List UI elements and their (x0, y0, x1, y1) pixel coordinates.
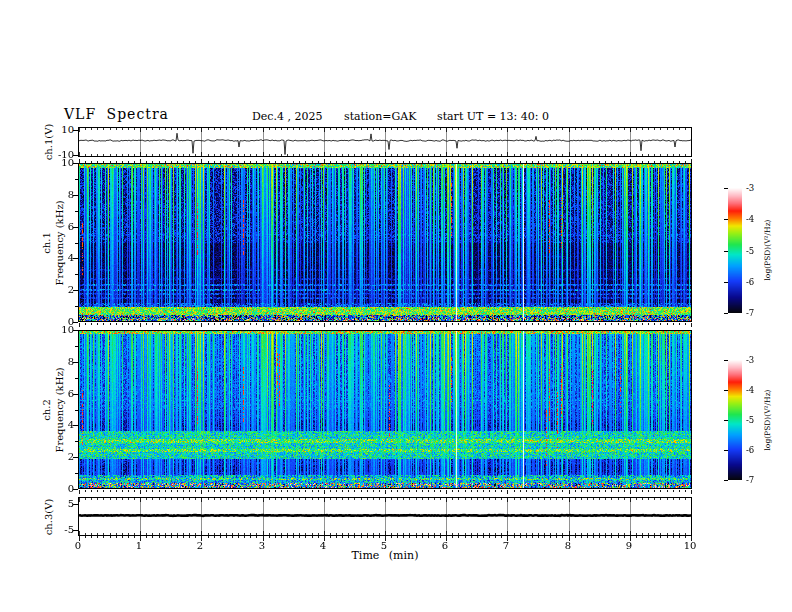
colorbar-tick-label: -5 (746, 415, 768, 425)
colorbar-tick-label: -3 (746, 183, 768, 193)
figure-title: VLF Spectra (64, 106, 169, 122)
y-tick-label: 8 (44, 356, 74, 368)
y-tick-label: 0 (44, 483, 74, 495)
colorbar-tick-label: -4 (746, 214, 768, 224)
colorbar-tick-mark (724, 188, 728, 189)
y-minor-tick-mark (75, 243, 78, 244)
colorbar-tick-mark (724, 251, 728, 252)
ch1-spectrogram-panel (78, 163, 692, 322)
ch2-spectrogram-channel-label: ch.2 (41, 399, 52, 421)
x-tick-label: 1 (124, 540, 154, 552)
ch1-spectrogram-channel-label: ch.1 (41, 232, 52, 254)
x-tick-label: 6 (430, 540, 460, 552)
colorbar-tick-label: -5 (746, 246, 768, 256)
x-tick-label: 9 (614, 540, 644, 552)
y-tick-mark (73, 330, 78, 331)
colorbar-tick-label: -6 (746, 277, 768, 287)
y-tick-mark (73, 425, 78, 426)
time-tick-strip (78, 490, 692, 495)
y-minor-tick-mark (75, 378, 78, 379)
date-label: Dec.4 , 2025 (252, 110, 322, 123)
y-tick-mark (73, 258, 78, 259)
ch3-waveform-panel (78, 497, 692, 536)
colorbar-tick-mark (724, 282, 728, 283)
y-tick-label: 5 (44, 498, 74, 510)
time-tick-strip (78, 323, 692, 328)
x-tick-label: 8 (553, 540, 583, 552)
colorbar-tick-label: -6 (746, 445, 768, 455)
y-minor-tick-mark (75, 211, 78, 212)
y-tick-mark (73, 394, 78, 395)
y-tick-mark (73, 530, 78, 531)
ch2-spectrogram-ylabel: Frequency (kHz) (54, 367, 65, 452)
y-tick-mark (73, 290, 78, 291)
x-tick-label: 7 (491, 540, 521, 552)
vlf-spectra-figure: VLF Spectra Dec.4 , 2025 station=GAK sta… (0, 0, 792, 612)
ch1-spectrogram-ylabel: Frequency (kHz) (54, 200, 65, 285)
y-tick-label: 2 (44, 284, 74, 296)
y-minor-tick-mark (75, 410, 78, 411)
y-tick-label: 10 (44, 157, 74, 169)
time-tick-strip (78, 158, 692, 163)
y-tick-mark (73, 227, 78, 228)
station-label: station=GAK (344, 110, 416, 123)
colorbar-tick-label: -7 (746, 475, 768, 485)
colorbar-tick-mark (724, 450, 728, 451)
colorbar-ch1 (728, 188, 742, 313)
y-tick-label: 10 (44, 124, 74, 136)
y-tick-mark (73, 130, 78, 131)
x-tick-label: 0 (63, 540, 93, 552)
y-tick-mark (73, 457, 78, 458)
y-minor-tick-mark (75, 274, 78, 275)
colorbar-tick-label: -7 (746, 308, 768, 318)
y-tick-label: 4 (44, 252, 74, 264)
y-tick-mark (73, 163, 78, 164)
colorbar-tick-mark (724, 390, 728, 391)
y-tick-mark (73, 195, 78, 196)
colorbar-tick-label: -3 (746, 355, 768, 365)
colorbar-tick-mark (724, 420, 728, 421)
ch2-spectrogram-panel (78, 330, 692, 489)
y-tick-mark (73, 489, 78, 490)
y-minor-tick-mark (75, 441, 78, 442)
y-tick-label: 6 (44, 388, 74, 400)
x-tick-label: 10 (675, 540, 705, 552)
y-tick-label: 2 (44, 451, 74, 463)
y-minor-tick-mark (75, 473, 78, 474)
y-tick-mark (73, 504, 78, 505)
colorbar-tick-label: -4 (746, 385, 768, 395)
y-tick-label: 10 (44, 324, 74, 336)
y-minor-tick-mark (75, 179, 78, 180)
y-tick-mark (73, 362, 78, 363)
y-tick-label: 4 (44, 419, 74, 431)
y-tick-mark (73, 322, 78, 323)
y-tick-mark (73, 155, 78, 156)
start-time-label: start UT = 13: 40: 0 (437, 110, 549, 123)
colorbar-tick-mark (724, 313, 728, 314)
ch1-waveform-panel (78, 127, 692, 157)
colorbar-tick-mark (724, 360, 728, 361)
colorbar-tick-mark (724, 219, 728, 220)
x-tick-label: 3 (247, 540, 277, 552)
y-tick-label: -5 (44, 524, 74, 536)
x-tick-label: 5 (369, 540, 399, 552)
y-tick-label: 8 (44, 189, 74, 201)
y-minor-tick-mark (75, 346, 78, 347)
x-tick-label: 4 (308, 540, 338, 552)
colorbar-tick-mark (724, 480, 728, 481)
y-minor-tick-mark (75, 306, 78, 307)
colorbar-ch2 (728, 360, 742, 480)
x-tick-label: 2 (185, 540, 215, 552)
y-tick-label: 6 (44, 221, 74, 233)
